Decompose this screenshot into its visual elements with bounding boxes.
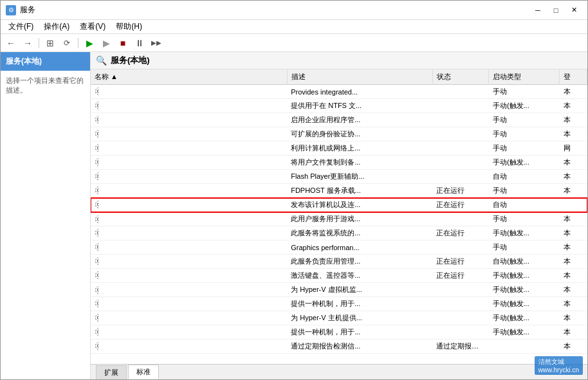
col-header-name[interactable]: 名称 ▲ xyxy=(91,69,287,85)
toolbar-sep-1 xyxy=(39,38,39,48)
service-logon-cell: 本 xyxy=(560,99,587,113)
service-logon-cell: 本 xyxy=(560,184,587,198)
menu-view[interactable]: 查看(V) xyxy=(75,20,111,33)
service-logon-cell: 本 xyxy=(560,127,587,141)
service-startup-cell xyxy=(489,339,560,354)
service-desc-cell: 通过定期报告检测信... xyxy=(287,339,432,354)
menu-file[interactable]: 文件(F) xyxy=(3,20,39,33)
service-icon xyxy=(95,299,98,308)
col-header-desc[interactable]: 描述 xyxy=(287,69,432,85)
start-button[interactable]: ▶ xyxy=(82,36,97,50)
services-table: 名称 ▲ 描述 状态 启动类型 登 EasyAntiCheatProvides … xyxy=(91,69,587,354)
service-desc-cell: Graphics performan... xyxy=(287,240,432,255)
bottom-tabs: 扩展 标准 xyxy=(91,364,587,379)
svg-point-23 xyxy=(96,244,99,251)
service-icon xyxy=(95,228,98,237)
table-row[interactable]: Enterprise App Management Service启用企业应用程… xyxy=(91,113,587,127)
svg-point-9 xyxy=(96,145,99,152)
table-row[interactable]: Fax利用计算机或网络上...手动网 xyxy=(91,141,587,156)
svg-point-21 xyxy=(96,230,99,237)
service-desc-cell: 发布该计算机以及连... xyxy=(287,198,432,212)
service-icon xyxy=(95,257,98,266)
service-logon-cell: 本 xyxy=(560,255,587,269)
service-startup-cell: 手动(触发... xyxy=(489,226,560,240)
service-startup-cell: 自动(触发... xyxy=(489,255,560,269)
toolbar-sep-2 xyxy=(78,38,78,48)
service-startup-cell: 手动(触发... xyxy=(489,269,560,283)
refresh-button[interactable]: ⟳ xyxy=(59,36,75,50)
tab-standard[interactable]: 标准 xyxy=(128,365,159,379)
table-row[interactable]: Flash Helper ServiceFlash Player更新辅助...自… xyxy=(91,170,587,184)
service-logon-cell: 本 xyxy=(560,156,587,170)
back-button[interactable]: ← xyxy=(3,36,19,50)
service-startup-cell: 手动 xyxy=(489,85,560,99)
table-row[interactable]: GraphicsPerfSvcGraphics performan...手动本 xyxy=(91,240,587,255)
panel-icon: 🔍 xyxy=(96,55,107,66)
table-row[interactable]: Encrypting File System (EFS)提供用于在 NTFS 文… xyxy=(91,99,587,113)
table-row[interactable]: GameDVR 和广播用户服务_72687此用户服务用于游戏...手动本 xyxy=(91,212,587,226)
table-row[interactable]: File History Service将用户文件复制到备...手动(触发...… xyxy=(91,156,587,170)
service-desc-cell: 可扩展的身份验证协... xyxy=(287,127,432,141)
service-desc-cell: 将用户文件复制到备... xyxy=(287,156,432,170)
table-row[interactable]: Geolocation Service此服务将监视系统的...正在运行手动(触发… xyxy=(91,226,587,240)
service-name-cell: Group Policy Client xyxy=(91,255,98,267)
service-startup-cell: 手动(触发... xyxy=(489,297,560,311)
table-row[interactable]: Extensible Authentication Protocol可扩展的身份… xyxy=(91,127,587,141)
sidebar: 服务(本地) 选择一个项目来查看它的描述。 xyxy=(1,52,91,379)
forward-button[interactable]: → xyxy=(20,36,35,50)
main-content: 服务(本地) 选择一个项目来查看它的描述。 🔍 服务(本地) xyxy=(1,52,587,379)
sidebar-header: 服务(本地) xyxy=(1,52,90,71)
col-header-status[interactable]: 状态 xyxy=(432,69,489,85)
svg-point-16 xyxy=(98,203,99,206)
service-name-cell: Geolocation Service xyxy=(91,226,98,239)
service-name-cell: Flash Helper Service xyxy=(91,170,98,183)
service-desc-cell: 此服务负责应用管理... xyxy=(287,255,432,269)
service-name-cell: EasyAntiCheat xyxy=(91,85,98,98)
close-button[interactable]: ✕ xyxy=(565,4,582,17)
services-table-wrapper[interactable]: 名称 ▲ 描述 状态 启动类型 登 EasyAntiCheatProvides … xyxy=(91,69,587,364)
service-status-cell xyxy=(432,212,489,226)
restart-button[interactable]: ▶▶ xyxy=(149,36,164,50)
start2-button[interactable]: ▶ xyxy=(98,36,114,50)
svg-point-14 xyxy=(98,189,99,192)
col-header-startup[interactable]: 启动类型 xyxy=(489,69,560,85)
menu-help[interactable]: 帮助(H) xyxy=(111,20,147,33)
col-header-logon[interactable]: 登 xyxy=(560,69,587,85)
table-row[interactable]: Group Policy Client此服务负责应用管理...正在运行自动(触发… xyxy=(91,255,587,269)
service-logon-cell: 本 xyxy=(560,311,587,325)
service-logon-cell: 本 xyxy=(560,283,587,297)
table-row[interactable]: HV 主机服务为 Hyper-V 虚拟机监...手动(触发...本 xyxy=(91,283,587,297)
service-name-cell: Hyper-V Guest Shutdown Service xyxy=(91,325,98,338)
service-status-cell xyxy=(432,170,489,184)
show-hide-button[interactable]: ⊞ xyxy=(42,36,58,50)
pause-button[interactable]: ⏸ xyxy=(132,36,147,50)
table-row[interactable]: Hyper-V Heartbeat Service通过定期报告检测信...通过定… xyxy=(91,339,587,354)
table-row[interactable]: EasyAntiCheatProvides integrated...手动本 xyxy=(91,85,587,99)
svg-point-17 xyxy=(96,201,99,208)
maximize-button[interactable]: □ xyxy=(547,4,564,17)
service-desc-cell: FDPHOST 服务承载... xyxy=(287,184,432,198)
table-row[interactable]: Human Interface Device Service激活键盘、遥控器等.… xyxy=(91,269,587,283)
table-row[interactable]: Hyper-V Data Exchange Service提供一种机制，用于..… xyxy=(91,297,587,311)
stop-button[interactable]: ■ xyxy=(115,36,131,50)
service-icon xyxy=(95,101,98,110)
table-row[interactable]: Hyper-V Guest Shutdown Service提供一种机制，用于.… xyxy=(91,325,587,339)
minimize-button[interactable]: ─ xyxy=(529,4,546,17)
menu-action[interactable]: 操作(A) xyxy=(39,20,75,33)
service-startup-cell: 手动(触发... xyxy=(489,99,560,113)
tab-expand[interactable]: 扩展 xyxy=(96,365,127,379)
service-name-cell: File History Service xyxy=(91,156,98,168)
service-status-cell xyxy=(432,127,489,141)
service-logon-cell: 网 xyxy=(560,141,587,156)
table-row[interactable]: Function Discovery Provider HostFDPHOST … xyxy=(91,184,587,198)
main-window: ⚙ 服务 ─ □ ✕ 文件(F) 操作(A) 查看(V) 帮助(H) ← → ⊞… xyxy=(0,0,588,380)
table-header-row: 名称 ▲ 描述 状态 启动类型 登 xyxy=(91,69,587,85)
service-icon xyxy=(95,186,98,195)
svg-point-2 xyxy=(98,104,99,107)
svg-point-11 xyxy=(96,159,99,166)
table-row[interactable]: Hyper-V Guest Service Interface为 Hyper-V… xyxy=(91,311,587,325)
app-icon: ⚙ xyxy=(6,5,16,15)
service-logon-cell: 本 xyxy=(560,85,587,99)
service-status-cell xyxy=(432,99,489,113)
table-row[interactable]: Function Discovery Resource Publication发… xyxy=(91,198,587,212)
